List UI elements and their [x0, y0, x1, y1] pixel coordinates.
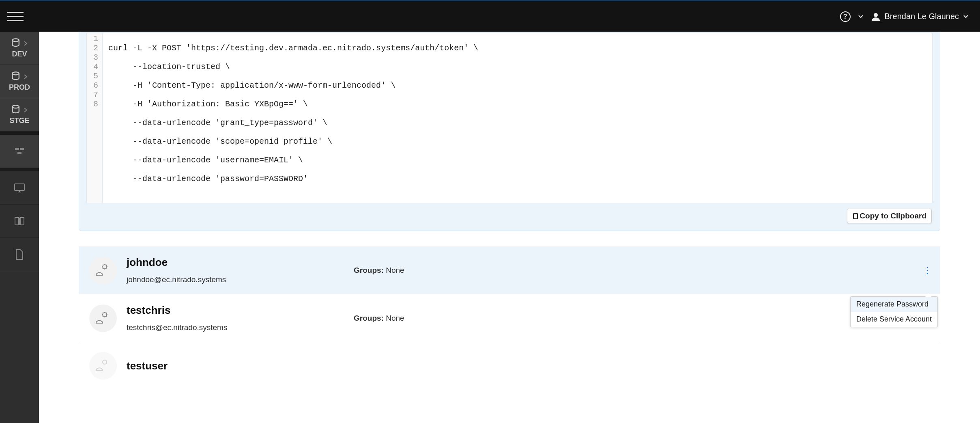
stacks-icon — [13, 146, 26, 157]
code-card: 1 2 3 4 5 6 7 8 curl -L -X POST 'https:/… — [79, 32, 940, 231]
user-icon — [871, 12, 881, 22]
sidebar-env-dev[interactable]: DEV — [0, 32, 39, 65]
code-lines[interactable]: curl -L -X POST 'https://testing.dev.arm… — [103, 33, 484, 203]
svg-point-12 — [103, 360, 107, 364]
sidebar-env-label: STGE — [9, 117, 29, 125]
service-account-name: testchris — [127, 304, 354, 317]
service-account-email: testchris@ec.nitrado.systems — [127, 323, 354, 332]
service-account-info: testuser — [127, 360, 354, 372]
chevron-right-icon — [23, 40, 28, 47]
service-account-groups: Groups: None — [354, 266, 404, 275]
svg-rect-9 — [854, 213, 857, 214]
service-account-info: testchris testchris@ec.nitrado.systems — [127, 304, 354, 332]
svg-point-3 — [13, 105, 19, 108]
service-account-menu-button[interactable]: ⋮ — [921, 264, 933, 276]
sidebar-divider — [0, 168, 39, 171]
chevron-down-icon — [858, 14, 864, 19]
copy-to-clipboard-button[interactable]: Copy to Clipboard — [847, 209, 932, 223]
code-gutter: 1 2 3 4 5 6 7 8 — [87, 33, 103, 203]
topbar: ? Brendan Le Glaunec — [0, 0, 980, 32]
copy-button-label: Copy to Clipboard — [860, 212, 926, 220]
clipboard-icon — [852, 212, 859, 220]
topbar-right: ? Brendan Le Glaunec — [840, 11, 969, 22]
svg-rect-4 — [15, 148, 19, 150]
service-account-name: johndoe — [127, 256, 354, 269]
main-content: 1 2 3 4 5 6 7 8 curl -L -X POST 'https:/… — [39, 32, 980, 423]
sidebar: DEV PROD STGE — [0, 32, 39, 423]
sidebar-item-file[interactable] — [0, 238, 39, 271]
chevron-right-icon — [23, 107, 28, 113]
service-account-avatar — [89, 257, 117, 284]
service-account-icon — [96, 359, 110, 373]
service-account-groups: Groups: None — [354, 314, 404, 323]
dropdown-regenerate-password[interactable]: Regenerate Password — [851, 297, 937, 312]
service-account-row[interactable]: testuser — [79, 342, 940, 389]
service-account-avatar — [89, 304, 117, 332]
service-account-icon — [96, 263, 110, 277]
sidebar-divider — [0, 132, 39, 135]
service-account-name: testuser — [127, 360, 354, 372]
dropdown-delete-account[interactable]: Delete Service Account — [851, 312, 937, 327]
monitor-icon — [13, 183, 26, 193]
help-icon[interactable]: ? — [840, 11, 851, 22]
service-account-row[interactable]: johndoe johndoe@ec.nitrado.systems Group… — [79, 246, 940, 294]
sidebar-item-monitor[interactable] — [0, 171, 39, 205]
service-account-avatar — [89, 352, 117, 380]
database-icon — [11, 71, 22, 82]
sidebar-item-docs[interactable] — [0, 205, 39, 238]
book-icon — [13, 216, 26, 227]
sidebar-item-stacks[interactable] — [0, 135, 39, 168]
user-name-label: Brendan Le Glaunec — [885, 12, 959, 21]
svg-point-2 — [13, 72, 19, 75]
service-account-email: johndoe@ec.nitrado.systems — [127, 275, 354, 284]
database-icon — [11, 38, 22, 49]
service-account-row[interactable]: testchris testchris@ec.nitrado.systems G… — [79, 294, 940, 342]
sidebar-env-label: DEV — [12, 50, 27, 58]
service-account-info: johndoe johndoe@ec.nitrado.systems — [127, 256, 354, 284]
svg-point-1 — [13, 39, 19, 41]
svg-rect-5 — [20, 148, 24, 150]
svg-rect-7 — [15, 184, 24, 190]
code-block: 1 2 3 4 5 6 7 8 curl -L -X POST 'https:/… — [86, 33, 933, 203]
sidebar-env-prod[interactable]: PROD — [0, 65, 39, 98]
svg-rect-6 — [17, 152, 21, 154]
file-icon — [15, 249, 24, 260]
chevron-down-icon — [963, 14, 969, 19]
svg-point-0 — [874, 13, 878, 17]
service-accounts-list: johndoe johndoe@ec.nitrado.systems Group… — [79, 246, 940, 389]
help-dropdown-toggle[interactable] — [858, 14, 864, 19]
hamburger-menu-icon[interactable] — [7, 10, 24, 23]
sidebar-env-stge[interactable]: STGE — [0, 98, 39, 132]
chevron-right-icon — [23, 73, 28, 80]
database-icon — [11, 104, 22, 116]
user-menu[interactable]: Brendan Le Glaunec — [871, 12, 969, 22]
service-account-icon — [96, 311, 110, 325]
service-account-dropdown: Regenerate Password Delete Service Accou… — [850, 296, 938, 327]
sidebar-env-label: PROD — [9, 83, 30, 92]
